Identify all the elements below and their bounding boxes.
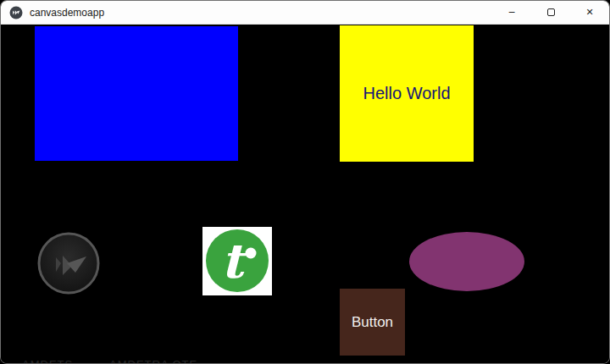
close-button[interactable]: ✕ xyxy=(570,1,609,24)
avalonia-logo-dimmed-icon xyxy=(36,231,101,295)
blue-rectangle xyxy=(35,26,238,161)
maximize-button[interactable] xyxy=(531,1,570,24)
app-icon xyxy=(9,6,23,19)
yellow-rectangle: Hello World xyxy=(340,25,474,162)
clipped-text-fragment-right: AMDETRA OTE xyxy=(109,358,197,364)
clipped-text-fragment-left: AMDETS xyxy=(22,358,73,364)
app-window: canvasdemoapp ─ ✕ Hello World xyxy=(0,0,610,364)
maximize-icon xyxy=(547,8,555,16)
green-t-logo: t xyxy=(202,227,272,295)
minimize-button[interactable]: ─ xyxy=(492,1,531,24)
title-bar: canvasdemoapp ─ ✕ xyxy=(1,1,609,25)
window-title: canvasdemoapp xyxy=(30,7,104,19)
green-t-logo-icon: t xyxy=(202,227,272,295)
canvas-area: Hello World t Button xyxy=(1,25,610,364)
window-controls: ─ ✕ xyxy=(492,1,609,24)
purple-ellipse xyxy=(409,232,524,291)
hello-world-text: Hello World xyxy=(363,84,451,103)
canvas-button[interactable]: Button xyxy=(340,289,405,356)
